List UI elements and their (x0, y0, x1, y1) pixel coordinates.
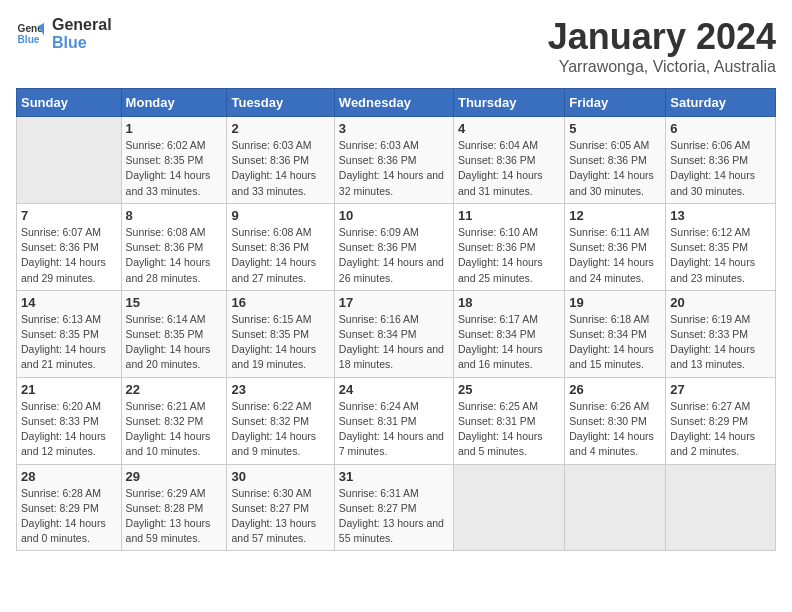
day-number: 16 (231, 295, 329, 310)
logo: General Blue General Blue (16, 16, 112, 51)
calendar-cell: 19Sunrise: 6:18 AMSunset: 8:34 PMDayligh… (565, 290, 666, 377)
day-info: Sunrise: 6:18 AMSunset: 8:34 PMDaylight:… (569, 312, 661, 373)
calendar-cell (17, 117, 122, 204)
calendar-cell: 31Sunrise: 6:31 AMSunset: 8:27 PMDayligh… (334, 464, 453, 551)
calendar-cell: 28Sunrise: 6:28 AMSunset: 8:29 PMDayligh… (17, 464, 122, 551)
day-info: Sunrise: 6:08 AMSunset: 8:36 PMDaylight:… (231, 225, 329, 286)
day-info: Sunrise: 6:27 AMSunset: 8:29 PMDaylight:… (670, 399, 771, 460)
day-info: Sunrise: 6:15 AMSunset: 8:35 PMDaylight:… (231, 312, 329, 373)
calendar-cell (565, 464, 666, 551)
day-number: 20 (670, 295, 771, 310)
day-info: Sunrise: 6:29 AMSunset: 8:28 PMDaylight:… (126, 486, 223, 547)
calendar-cell: 18Sunrise: 6:17 AMSunset: 8:34 PMDayligh… (453, 290, 564, 377)
calendar-cell (666, 464, 776, 551)
day-number: 21 (21, 382, 117, 397)
day-info: Sunrise: 6:11 AMSunset: 8:36 PMDaylight:… (569, 225, 661, 286)
day-info: Sunrise: 6:07 AMSunset: 8:36 PMDaylight:… (21, 225, 117, 286)
column-header-wednesday: Wednesday (334, 89, 453, 117)
calendar-cell: 12Sunrise: 6:11 AMSunset: 8:36 PMDayligh… (565, 203, 666, 290)
day-info: Sunrise: 6:05 AMSunset: 8:36 PMDaylight:… (569, 138, 661, 199)
day-number: 2 (231, 121, 329, 136)
calendar-cell: 17Sunrise: 6:16 AMSunset: 8:34 PMDayligh… (334, 290, 453, 377)
day-number: 8 (126, 208, 223, 223)
logo-general: General (52, 16, 112, 34)
day-number: 25 (458, 382, 560, 397)
day-number: 13 (670, 208, 771, 223)
calendar-cell (453, 464, 564, 551)
day-info: Sunrise: 6:02 AMSunset: 8:35 PMDaylight:… (126, 138, 223, 199)
calendar-cell: 15Sunrise: 6:14 AMSunset: 8:35 PMDayligh… (121, 290, 227, 377)
calendar-cell: 4Sunrise: 6:04 AMSunset: 8:36 PMDaylight… (453, 117, 564, 204)
calendar-cell: 26Sunrise: 6:26 AMSunset: 8:30 PMDayligh… (565, 377, 666, 464)
calendar-cell: 20Sunrise: 6:19 AMSunset: 8:33 PMDayligh… (666, 290, 776, 377)
svg-text:Blue: Blue (18, 34, 40, 45)
calendar-cell: 29Sunrise: 6:29 AMSunset: 8:28 PMDayligh… (121, 464, 227, 551)
day-info: Sunrise: 6:10 AMSunset: 8:36 PMDaylight:… (458, 225, 560, 286)
day-number: 12 (569, 208, 661, 223)
column-header-thursday: Thursday (453, 89, 564, 117)
day-info: Sunrise: 6:21 AMSunset: 8:32 PMDaylight:… (126, 399, 223, 460)
day-info: Sunrise: 6:20 AMSunset: 8:33 PMDaylight:… (21, 399, 117, 460)
calendar-cell: 24Sunrise: 6:24 AMSunset: 8:31 PMDayligh… (334, 377, 453, 464)
day-info: Sunrise: 6:13 AMSunset: 8:35 PMDaylight:… (21, 312, 117, 373)
day-info: Sunrise: 6:17 AMSunset: 8:34 PMDaylight:… (458, 312, 560, 373)
calendar-cell: 16Sunrise: 6:15 AMSunset: 8:35 PMDayligh… (227, 290, 334, 377)
calendar-cell: 3Sunrise: 6:03 AMSunset: 8:36 PMDaylight… (334, 117, 453, 204)
week-row-2: 7Sunrise: 6:07 AMSunset: 8:36 PMDaylight… (17, 203, 776, 290)
day-number: 11 (458, 208, 560, 223)
week-row-5: 28Sunrise: 6:28 AMSunset: 8:29 PMDayligh… (17, 464, 776, 551)
day-number: 15 (126, 295, 223, 310)
day-info: Sunrise: 6:03 AMSunset: 8:36 PMDaylight:… (231, 138, 329, 199)
page-header: General Blue General Blue January 2024 Y… (16, 16, 776, 76)
day-number: 1 (126, 121, 223, 136)
calendar-cell: 23Sunrise: 6:22 AMSunset: 8:32 PMDayligh… (227, 377, 334, 464)
day-number: 14 (21, 295, 117, 310)
day-number: 30 (231, 469, 329, 484)
day-number: 9 (231, 208, 329, 223)
day-number: 19 (569, 295, 661, 310)
column-header-saturday: Saturday (666, 89, 776, 117)
day-number: 31 (339, 469, 449, 484)
column-header-sunday: Sunday (17, 89, 122, 117)
calendar-cell: 25Sunrise: 6:25 AMSunset: 8:31 PMDayligh… (453, 377, 564, 464)
calendar-cell: 11Sunrise: 6:10 AMSunset: 8:36 PMDayligh… (453, 203, 564, 290)
day-info: Sunrise: 6:14 AMSunset: 8:35 PMDaylight:… (126, 312, 223, 373)
calendar-cell: 5Sunrise: 6:05 AMSunset: 8:36 PMDaylight… (565, 117, 666, 204)
calendar-cell: 1Sunrise: 6:02 AMSunset: 8:35 PMDaylight… (121, 117, 227, 204)
calendar-cell: 21Sunrise: 6:20 AMSunset: 8:33 PMDayligh… (17, 377, 122, 464)
day-number: 7 (21, 208, 117, 223)
calendar-cell: 8Sunrise: 6:08 AMSunset: 8:36 PMDaylight… (121, 203, 227, 290)
calendar-cell: 30Sunrise: 6:30 AMSunset: 8:27 PMDayligh… (227, 464, 334, 551)
week-row-4: 21Sunrise: 6:20 AMSunset: 8:33 PMDayligh… (17, 377, 776, 464)
day-number: 3 (339, 121, 449, 136)
day-info: Sunrise: 6:03 AMSunset: 8:36 PMDaylight:… (339, 138, 449, 199)
day-info: Sunrise: 6:19 AMSunset: 8:33 PMDaylight:… (670, 312, 771, 373)
calendar-cell: 13Sunrise: 6:12 AMSunset: 8:35 PMDayligh… (666, 203, 776, 290)
day-number: 22 (126, 382, 223, 397)
day-info: Sunrise: 6:04 AMSunset: 8:36 PMDaylight:… (458, 138, 560, 199)
column-header-tuesday: Tuesday (227, 89, 334, 117)
day-info: Sunrise: 6:24 AMSunset: 8:31 PMDaylight:… (339, 399, 449, 460)
day-info: Sunrise: 6:28 AMSunset: 8:29 PMDaylight:… (21, 486, 117, 547)
calendar-cell: 10Sunrise: 6:09 AMSunset: 8:36 PMDayligh… (334, 203, 453, 290)
day-number: 27 (670, 382, 771, 397)
calendar-cell: 22Sunrise: 6:21 AMSunset: 8:32 PMDayligh… (121, 377, 227, 464)
day-number: 23 (231, 382, 329, 397)
day-info: Sunrise: 6:30 AMSunset: 8:27 PMDaylight:… (231, 486, 329, 547)
calendar-cell: 9Sunrise: 6:08 AMSunset: 8:36 PMDaylight… (227, 203, 334, 290)
title-block: January 2024 Yarrawonga, Victoria, Austr… (548, 16, 776, 76)
day-number: 24 (339, 382, 449, 397)
calendar-cell: 14Sunrise: 6:13 AMSunset: 8:35 PMDayligh… (17, 290, 122, 377)
header-row: SundayMondayTuesdayWednesdayThursdayFrid… (17, 89, 776, 117)
logo-blue: Blue (52, 34, 112, 52)
day-info: Sunrise: 6:16 AMSunset: 8:34 PMDaylight:… (339, 312, 449, 373)
week-row-3: 14Sunrise: 6:13 AMSunset: 8:35 PMDayligh… (17, 290, 776, 377)
day-number: 18 (458, 295, 560, 310)
calendar-table: SundayMondayTuesdayWednesdayThursdayFrid… (16, 88, 776, 551)
day-number: 29 (126, 469, 223, 484)
day-info: Sunrise: 6:26 AMSunset: 8:30 PMDaylight:… (569, 399, 661, 460)
day-number: 4 (458, 121, 560, 136)
calendar-cell: 7Sunrise: 6:07 AMSunset: 8:36 PMDaylight… (17, 203, 122, 290)
calendar-cell: 6Sunrise: 6:06 AMSunset: 8:36 PMDaylight… (666, 117, 776, 204)
day-info: Sunrise: 6:12 AMSunset: 8:35 PMDaylight:… (670, 225, 771, 286)
